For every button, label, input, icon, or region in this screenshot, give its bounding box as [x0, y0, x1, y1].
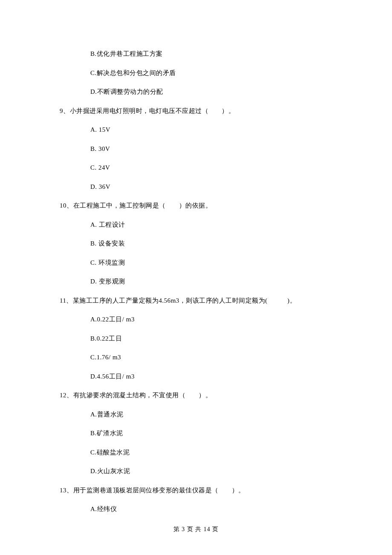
option-text: B. 设备安装: [90, 239, 332, 249]
option-text: D.火山灰水泥: [90, 466, 332, 476]
option-text: B.0.22工日: [90, 334, 332, 344]
option-text: C. 环境监测: [90, 258, 332, 268]
question-stem: 13、用于监测巷道顶板岩层间位移变形的最佳仪器是（ ）。: [60, 486, 332, 495]
question-stem: 10、在工程施工中，施工控制网是（ ）的依据。: [60, 201, 332, 211]
option-text: D.4.56工日/ m3: [90, 372, 332, 382]
option-text: D. 36V: [90, 182, 332, 192]
option-text: B. 30V: [90, 144, 332, 154]
option-text: A. 15V: [90, 125, 332, 135]
document-page: B.优化井巷工程施工方案 C.解决总包和分包之间的矛盾 D.不断调整劳动力的分配…: [0, 0, 392, 555]
option-text: B.矿渣水泥: [90, 428, 332, 438]
question-stem: 12、有抗渗要求的混凝土结构，不宜使用（ ）。: [60, 390, 332, 400]
question-stem: 11、某施工工序的人工产量定额为4.56m3，则该工序的人工时间定额为( )。: [60, 296, 332, 306]
option-text: A. 工程设计: [90, 220, 332, 230]
option-text: C. 24V: [90, 163, 332, 173]
option-text: C.解决总包和分包之间的矛盾: [90, 68, 332, 78]
option-text: C.硅酸盐水泥: [90, 448, 332, 457]
option-text: D.不断调整劳动力的分配: [90, 87, 332, 97]
question-stem: 9、小井掘进采用电灯照明时，电灯电压不应超过（ ）。: [60, 106, 332, 116]
option-text: C.1.76/ m3: [90, 353, 332, 362]
option-text: A.经纬仪: [90, 504, 332, 514]
option-text: D. 变形观测: [90, 277, 332, 286]
option-text: B.优化井巷工程施工方案: [90, 49, 332, 59]
option-text: A.普通水泥: [90, 410, 332, 419]
option-text: A.0.22工日/ m3: [90, 315, 332, 324]
page-footer: 第 3 页 共 14 页: [0, 525, 392, 534]
